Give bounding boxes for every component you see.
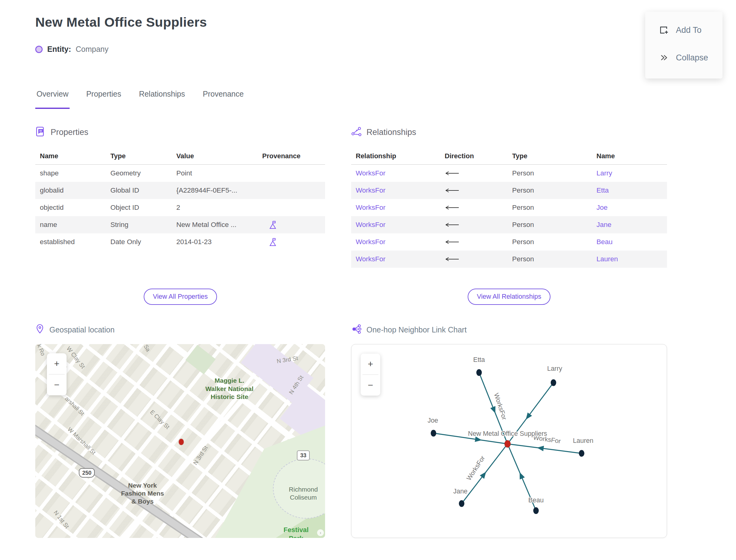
map-label: Maggie L. Walker National Historic Site bbox=[205, 377, 254, 401]
direction-cell bbox=[440, 188, 508, 193]
entity-type-badge-icon bbox=[35, 46, 43, 53]
column-header: Type bbox=[508, 148, 592, 164]
entity-type-row: Entity: Company bbox=[35, 45, 109, 54]
node-jane[interactable] bbox=[459, 500, 464, 507]
relationship-type-link[interactable]: WorksFor bbox=[351, 204, 440, 212]
arrow-left-icon bbox=[445, 222, 508, 227]
collapse-button[interactable]: Collapse bbox=[645, 53, 723, 63]
node-joe[interactable] bbox=[431, 430, 436, 436]
table-row: WorksForPersonJoe bbox=[351, 199, 667, 216]
arrow-left-icon bbox=[445, 188, 508, 193]
map-zoom-in-button[interactable]: + bbox=[47, 353, 67, 374]
direction-cell bbox=[440, 222, 508, 227]
map-label: Richmond Coliseum bbox=[289, 485, 318, 501]
geospatial-section-header: Geospatial location bbox=[35, 324, 115, 336]
property-type-cell: Object ID bbox=[106, 204, 172, 212]
map-label: Festival Park bbox=[282, 526, 311, 538]
entity-label: Entity: bbox=[47, 45, 71, 54]
entity-location-marker[interactable] bbox=[179, 439, 184, 445]
properties-icon bbox=[35, 126, 46, 138]
map-attribution-toggle[interactable]: › bbox=[317, 529, 324, 536]
relationships-table-header: RelationshipDirectionTypeName bbox=[351, 148, 667, 165]
edge-arrowhead-icon bbox=[490, 406, 496, 413]
relationship-type-link[interactable]: WorksFor bbox=[351, 221, 440, 229]
edge-worksfor-lauren[interactable] bbox=[508, 444, 582, 453]
route-shield-33: 33 bbox=[297, 451, 310, 461]
table-row: WorksForPersonBeau bbox=[351, 233, 667, 251]
properties-section-title: Properties bbox=[51, 128, 88, 137]
related-entity-type-cell: Person bbox=[508, 169, 592, 177]
property-name-cell: established bbox=[35, 238, 106, 246]
direction-cell bbox=[440, 171, 508, 176]
node-label-larry: Larry bbox=[547, 365, 562, 372]
edge-arrowhead-icon bbox=[537, 446, 544, 451]
provenance-flag-icon[interactable] bbox=[262, 237, 325, 247]
link-chart-canvas[interactable]: + − WorksForWorksForWorksForEttaLarryJoe… bbox=[351, 344, 667, 538]
map-zoom-out-button[interactable]: − bbox=[47, 374, 67, 395]
property-name-cell: shape bbox=[35, 169, 106, 177]
arrow-left-icon bbox=[445, 171, 508, 176]
edge-arrowhead-icon bbox=[519, 472, 525, 480]
related-entity-name-link[interactable]: Joe bbox=[592, 204, 667, 212]
related-entity-type-cell: Person bbox=[508, 221, 592, 229]
property-value-cell: New Metal Office ... bbox=[172, 221, 258, 229]
related-entity-type-cell: Person bbox=[508, 204, 592, 212]
table-row: shapeGeometryPoint bbox=[35, 165, 325, 182]
view-all-properties-button[interactable]: View All Properties bbox=[144, 289, 217, 305]
arrow-left-icon bbox=[445, 240, 508, 244]
table-row: nameStringNew Metal Office ... bbox=[35, 216, 325, 233]
relationship-type-link[interactable]: WorksFor bbox=[351, 238, 440, 246]
property-value-cell: 2 bbox=[172, 204, 258, 212]
tab-provenance[interactable]: Provenance bbox=[201, 90, 245, 109]
chart-zoom-in-button[interactable]: + bbox=[361, 354, 380, 374]
map-canvas[interactable]: k RoW Clay StSaN 3rd StMaggie L. Walker … bbox=[35, 344, 325, 538]
properties-table-header: NameTypeValueProvenance bbox=[35, 148, 325, 165]
related-entity-type-cell: Person bbox=[508, 238, 592, 246]
node-larry[interactable] bbox=[551, 379, 556, 386]
node-lauren[interactable] bbox=[579, 450, 585, 457]
center-node-entity[interactable] bbox=[504, 440, 511, 447]
entity-detail-page: New Metal Office Suppliers Entity: Compa… bbox=[0, 0, 736, 560]
link-chart-svg: WorksForWorksForWorksForEttaLarryJoeLaur… bbox=[351, 344, 667, 538]
node-label-jane: Jane bbox=[453, 488, 468, 495]
node-etta[interactable] bbox=[476, 369, 482, 376]
double-chevron-right-icon bbox=[659, 53, 669, 63]
related-entity-name-link[interactable]: Lauren bbox=[592, 255, 667, 263]
related-entity-name-link[interactable]: Etta bbox=[592, 186, 667, 194]
tab-overview[interactable]: Overview bbox=[35, 90, 70, 109]
arrow-left-icon bbox=[445, 257, 508, 262]
collapse-label: Collapse bbox=[676, 53, 708, 63]
related-entity-name-link[interactable]: Larry bbox=[592, 169, 667, 177]
properties-table: NameTypeValueProvenanceshapeGeometryPoin… bbox=[35, 148, 325, 251]
relationship-type-link[interactable]: WorksFor bbox=[351, 186, 440, 194]
add-to-button[interactable]: Add To bbox=[645, 25, 723, 35]
table-row: WorksForPersonJane bbox=[351, 216, 667, 233]
node-label-lauren: Lauren bbox=[573, 437, 593, 444]
map-pin-icon bbox=[35, 324, 44, 336]
related-entity-name-link[interactable]: Jane bbox=[592, 221, 667, 229]
related-entity-name-link[interactable]: Beau bbox=[592, 238, 667, 246]
entity-type-value: Company bbox=[76, 45, 109, 54]
property-value-cell: Point bbox=[172, 169, 258, 177]
one-hop-icon bbox=[351, 324, 362, 336]
chart-zoom-out-button[interactable]: − bbox=[361, 375, 380, 396]
node-label-etta: Etta bbox=[473, 356, 485, 363]
direction-cell bbox=[440, 240, 508, 244]
node-label-joe: Joe bbox=[427, 417, 438, 424]
node-beau[interactable] bbox=[533, 507, 539, 514]
direction-cell bbox=[440, 257, 508, 262]
column-header: Value bbox=[172, 148, 258, 164]
column-header: Name bbox=[592, 148, 667, 164]
property-value-cell: {A228944F-0EF5-... bbox=[172, 186, 258, 194]
tab-relationships[interactable]: Relationships bbox=[138, 90, 186, 109]
column-header: Provenance bbox=[258, 148, 325, 164]
relationships-section-header: Relationships bbox=[351, 126, 667, 138]
tab-properties[interactable]: Properties bbox=[85, 90, 122, 109]
properties-section-header: Properties bbox=[35, 126, 325, 138]
relationship-type-link[interactable]: WorksFor bbox=[351, 169, 440, 177]
provenance-flag-icon[interactable] bbox=[262, 220, 325, 229]
view-all-relationships-button[interactable]: View All Relationships bbox=[468, 289, 550, 305]
arrow-left-icon bbox=[445, 205, 508, 210]
column-header: Type bbox=[106, 148, 172, 164]
relationship-type-link[interactable]: WorksFor bbox=[351, 255, 440, 263]
